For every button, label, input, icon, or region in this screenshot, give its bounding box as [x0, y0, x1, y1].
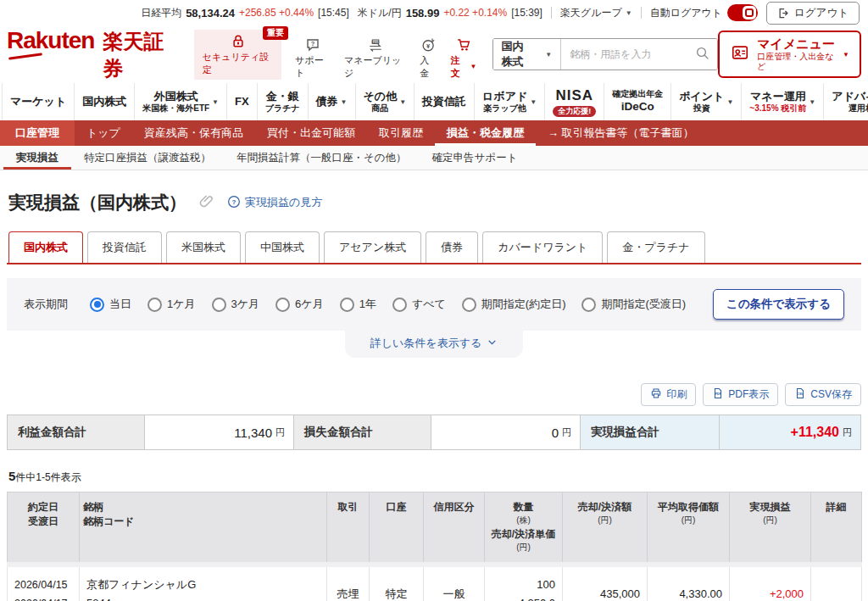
security-settings-link[interactable]: 重要 セキュリティ設定 — [194, 30, 282, 80]
account-nav-item[interactable]: 買付・出金可能額 — [255, 120, 367, 146]
rakuten-securities-logo[interactable]: Rakuten 楽天証券 — [7, 27, 175, 82]
account-nav-item[interactable]: → 取引報告書等（電子書面） — [536, 120, 706, 146]
account-nav-item[interactable]: 資産残高・保有商品 — [132, 120, 255, 146]
usdjpy-change: +0.22 +0.14% — [443, 7, 507, 19]
show-detailed-conditions-toggle[interactable]: 詳しい条件を表示する — [345, 331, 523, 358]
print-button[interactable]: 印刷 — [641, 383, 696, 406]
period-radio-option[interactable]: 期間指定(約定日) — [462, 297, 566, 312]
nav-item-sublabel: 商品 — [371, 103, 388, 114]
category-tab[interactable]: アセアン株式 — [324, 231, 421, 263]
security-settings-label: セキュリティ設定 — [203, 51, 274, 76]
subtab[interactable]: 特定口座損益（譲渡益税） — [71, 146, 224, 170]
search-category-value: 国内株式 — [502, 39, 534, 70]
category-tab[interactable]: 米国株式 — [166, 231, 241, 263]
site-header: Rakuten 楽天証券 重要 セキュリティ設定 ? サポート BANK マネー… — [0, 25, 868, 83]
category-tab[interactable]: 国内株式 — [8, 231, 83, 263]
account-nav-label: 損益・税金履歴 — [447, 125, 524, 141]
period-radio-option[interactable]: 3ケ月 — [212, 297, 260, 312]
global-nav-item[interactable]: 確定拠出年金 iDeCo — [604, 83, 670, 120]
search-button[interactable] — [688, 39, 717, 70]
period-radio-group: 当日 1ケ月 3ケ月 6ケ月 1年 すべ — [90, 297, 686, 312]
nav-item-label: 債券 — [316, 95, 338, 109]
top-utility-bar: 日経平均 58,134.24 +256.85 +0.44% [15:45] 米ド… — [0, 0, 868, 25]
period-radio-option[interactable]: 期間指定(受渡日) — [581, 297, 686, 312]
logout-button[interactable]: ログアウト — [766, 2, 860, 25]
global-nav-item[interactable]: その他 商品 ▼ — [355, 83, 415, 120]
nav-item-label: 外国株式 — [154, 90, 198, 103]
deposit-link[interactable]: ¥ 入金 — [420, 37, 437, 80]
csv-save-label: CSV保存 — [810, 387, 852, 402]
account-nav-item[interactable]: 取引履歴 — [367, 120, 435, 146]
period-radio-option[interactable]: 6ケ月 — [275, 297, 324, 312]
global-nav-item[interactable]: アドバイザー 運用相談 ▼ — [823, 83, 868, 120]
global-nav-item[interactable]: FX — [226, 83, 257, 120]
global-nav-item[interactable]: ポイント 投資 ▼ — [670, 83, 741, 120]
category-tab[interactable]: 中国株式 — [245, 231, 320, 263]
search-input[interactable] — [561, 39, 688, 70]
subtab[interactable]: 実現損益 — [3, 146, 71, 170]
order-link[interactable]: 注文▼ — [451, 37, 477, 80]
csv-save-button[interactable]: CSV CSV保存 — [785, 383, 861, 406]
period-radio-option[interactable]: 1年 — [340, 297, 376, 312]
col-realized-pl: 実現損益(円) — [730, 492, 811, 565]
nav-item-label: マーケット — [10, 95, 66, 109]
period-radio-label: 6ケ月 — [295, 297, 324, 312]
pdf-view-button[interactable]: PDF PDF表示 — [703, 383, 778, 406]
nav-item-sublabel: プラチナ — [265, 103, 300, 114]
global-nav-item[interactable]: ロボアド 楽ラップ他 ▼ — [474, 83, 544, 120]
global-nav-item[interactable]: マーケット — [2, 83, 74, 120]
global-nav-item[interactable]: 金・銀 プラチナ — [257, 83, 308, 120]
help-link[interactable]: ? 実現損益の見方 — [227, 195, 322, 211]
loss-total-value: 0円 — [431, 415, 581, 449]
category-tab-label: アセアン株式 — [339, 241, 406, 253]
radio-icon — [147, 298, 162, 312]
category-tab[interactable]: 債券 — [426, 231, 478, 263]
subtab[interactable]: 確定申告サポート — [420, 146, 531, 170]
nav-item-label: FX — [235, 95, 249, 109]
usdjpy-label: 米ドル/円 — [358, 6, 402, 20]
account-nav-bar: 口座管理 トップ 資産残高・保有商品 買付・出金可能額 取引履歴 損益・税金履歴… — [0, 120, 868, 146]
logo-rakuten-text: Rakuten — [7, 27, 94, 54]
cell-symbol[interactable]: 京都フィナンシャルG5844 — [80, 565, 327, 601]
mymenu-label: マイメニュー — [757, 36, 836, 52]
search-icon — [695, 46, 710, 64]
usdjpy-quote: 米ドル/円 158.99 +0.22 +0.14% [15:39] — [358, 6, 542, 20]
subtab-label: 確定申告サポート — [432, 151, 518, 165]
global-nav-item[interactable]: 外国株式 米国株・海外ETF ▼ — [134, 83, 226, 120]
paperclip-icon[interactable] — [198, 192, 215, 213]
apply-filter-button[interactable]: この条件で表示する — [713, 289, 844, 320]
radio-icon — [212, 298, 226, 312]
period-radio-option[interactable]: すべて — [392, 297, 446, 312]
global-nav-item[interactable]: 国内株式 — [74, 83, 134, 120]
cell-detail[interactable] — [811, 565, 862, 601]
account-nav-label: 取引履歴 — [379, 125, 423, 141]
chevron-down-icon: ▼ — [545, 51, 552, 58]
rakuten-group-menu[interactable]: 楽天グループ ▼ — [560, 6, 632, 20]
period-radio-label: 期間指定(受渡日) — [601, 297, 686, 312]
mymenu-button[interactable]: マイメニュー 口座管理・入出金など ▼ — [718, 31, 861, 78]
col-dates: 約定日受渡日 — [8, 492, 80, 565]
global-nav-item[interactable]: マネー運用 ~3.15% 税引前 ▼ — [741, 83, 823, 120]
category-tab[interactable]: 投資信託 — [87, 231, 162, 263]
period-radio-option[interactable]: 1ケ月 — [147, 297, 196, 312]
subtab[interactable]: 年間損益計算（一般口座・その他） — [224, 146, 420, 170]
search-category-select[interactable]: 国内株式 ▼ — [493, 39, 562, 70]
global-nav: マーケット 国内株式 外国株式 米国株・海外ETF ▼ — [0, 83, 868, 120]
auto-logout-label: 自動ログアウト — [650, 6, 722, 20]
moneybridge-link[interactable]: BANK マネーブリッジ — [344, 37, 406, 80]
auto-logout-toggle[interactable] — [727, 4, 758, 21]
account-nav-item[interactable]: トップ — [75, 120, 132, 146]
account-nav-label: 口座管理 — [15, 125, 59, 141]
nav-item-label: ポイント — [679, 90, 724, 103]
support-link[interactable]: ? サポート — [295, 37, 331, 80]
period-radio-label: 期間指定(約定日) — [481, 297, 566, 312]
account-nav-item[interactable]: 損益・税金履歴 — [435, 120, 536, 146]
category-tab[interactable]: 金・プラチナ — [607, 231, 704, 263]
global-nav-item[interactable]: 債券 ▼ — [308, 83, 355, 120]
category-tab[interactable]: カバードワラント — [482, 231, 603, 263]
global-nav-item[interactable]: NISA 全力応援! — [544, 83, 604, 120]
period-filter-label: 表示期間 — [24, 297, 68, 312]
account-nav-item[interactable]: 口座管理 — [0, 120, 75, 146]
period-radio-option[interactable]: 当日 — [90, 297, 131, 312]
global-nav-item[interactable]: 投資信託 — [414, 83, 474, 120]
